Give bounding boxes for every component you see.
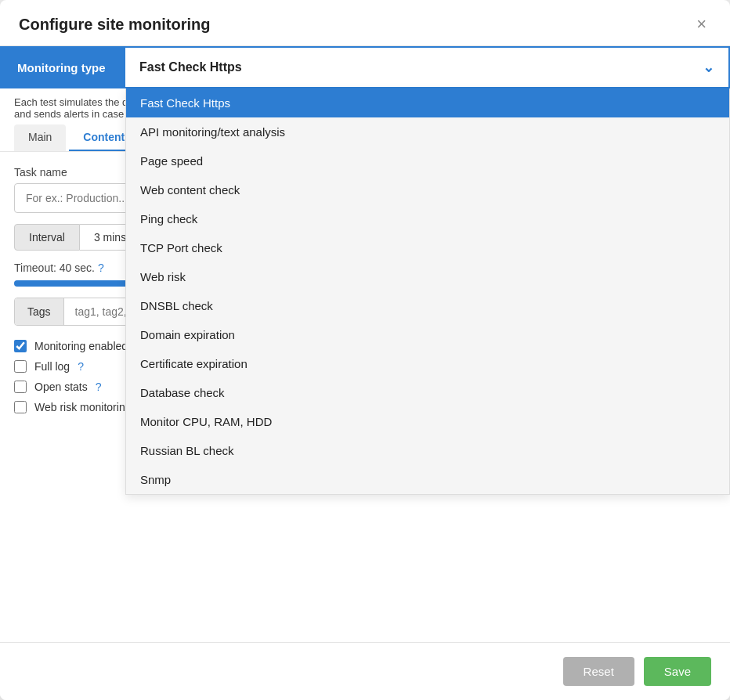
dropdown-item[interactable]: Page speed: [126, 146, 729, 175]
web-risk-label: Web risk monitoring: [34, 401, 131, 413]
monitoring-type-row: Monitoring type Fast Check Https ⌄ Fast …: [0, 46, 730, 88]
chevron-down-icon: ⌄: [703, 59, 714, 76]
dialog-header: Configure site monitoring ×: [0, 0, 730, 46]
full-log-checkbox[interactable]: [14, 360, 27, 373]
dropdown-item[interactable]: Domain expiration: [126, 320, 729, 349]
monitoring-type-label: Monitoring type: [0, 46, 125, 88]
dropdown-item[interactable]: TCP Port check: [126, 233, 729, 262]
dropdown-item[interactable]: Web content check: [126, 175, 729, 204]
tab-main[interactable]: Main: [14, 124, 66, 151]
dialog-footer: Reset Save: [0, 642, 730, 700]
reset-button[interactable]: Reset: [563, 657, 634, 686]
dropdown-item[interactable]: Snmp: [126, 465, 729, 494]
open-stats-label: Open stats: [34, 381, 88, 393]
monitoring-enabled-label: Monitoring enabled: [34, 340, 128, 352]
save-button[interactable]: Save: [644, 657, 711, 686]
open-stats-checkbox[interactable]: [14, 381, 27, 393]
dropdown-item[interactable]: Ping check: [126, 204, 729, 233]
selected-value: Fast Check Https: [139, 60, 242, 74]
dropdown-item[interactable]: Database check: [126, 378, 729, 407]
dropdown-item[interactable]: Fast Check Https: [126, 88, 729, 117]
interval-button[interactable]: Interval: [14, 224, 80, 251]
dialog-title: Configure site monitoring: [19, 16, 210, 34]
full-log-label: Full log: [34, 360, 70, 373]
close-button[interactable]: ×: [692, 14, 711, 34]
timeout-help[interactable]: ?: [98, 262, 104, 274]
configure-dialog: Configure site monitoring × Monitoring t…: [0, 0, 730, 700]
open-stats-help[interactable]: ?: [96, 381, 102, 393]
description-line2: and sends alerts in case o...: [14, 108, 141, 120]
dialog-body: Monitoring type Fast Check Https ⌄ Fast …: [0, 46, 730, 432]
monitoring-type-select-wrapper: Fast Check Https ⌄ Fast Check Https API …: [125, 46, 730, 88]
dropdown-item[interactable]: DNSBL check: [126, 291, 729, 320]
description-line1: Each test simulates the d...: [14, 96, 136, 108]
dropdown-item[interactable]: API monitoring/text analysis: [126, 117, 729, 146]
monitoring-type-select[interactable]: Fast Check Https ⌄: [125, 46, 730, 88]
dropdown-item[interactable]: Russian BL check: [126, 436, 729, 465]
full-log-help[interactable]: ?: [78, 360, 84, 373]
tags-label: Tags: [15, 298, 64, 325]
dropdown-item[interactable]: Monitor CPU, RAM, HDD: [126, 407, 729, 436]
monitoring-enabled-checkbox[interactable]: [14, 340, 27, 352]
web-risk-checkbox[interactable]: [14, 401, 27, 413]
dropdown-menu: Fast Check Https API monitoring/text ana…: [125, 88, 730, 495]
dropdown-item[interactable]: Web risk: [126, 262, 729, 291]
timeout-label: Timeout: 40 sec.: [14, 262, 95, 274]
dropdown-item[interactable]: Certificate expiration: [126, 349, 729, 378]
